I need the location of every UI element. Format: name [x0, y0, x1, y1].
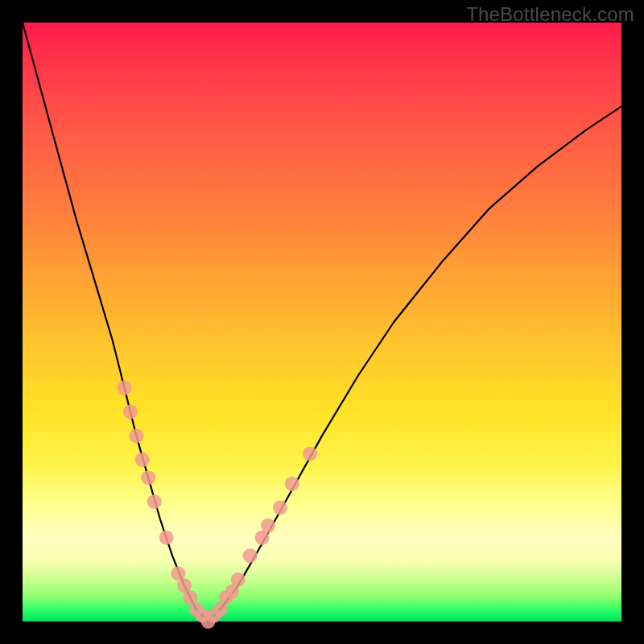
marker-dot: [261, 518, 275, 533]
marker-dot: [123, 405, 138, 419]
outer-frame: TheBottleneck.com: [0, 0, 644, 644]
marker-dot: [129, 428, 143, 443]
marker-dot: [285, 477, 299, 491]
marker-dot: [231, 572, 246, 587]
marker-dot: [303, 447, 317, 461]
marker-dot: [243, 548, 258, 563]
highlighted-points: [118, 381, 318, 629]
marker-dot: [118, 381, 132, 395]
bottleneck-curve: [23, 23, 621, 621]
marker-dot: [141, 470, 155, 485]
marker-dot: [135, 452, 150, 467]
chart-svg: [23, 23, 621, 621]
marker-dot: [273, 501, 287, 515]
marker-dot: [147, 494, 162, 509]
marker-dot: [159, 530, 174, 545]
